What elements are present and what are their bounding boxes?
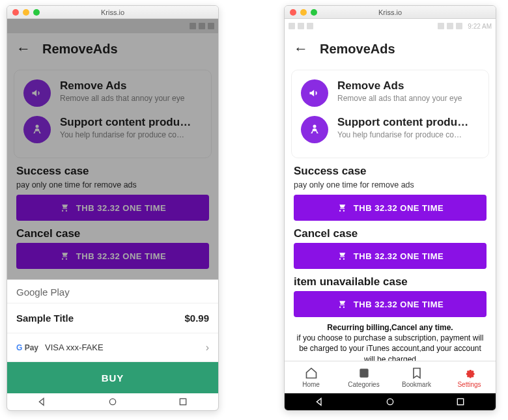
cart-icon — [337, 300, 347, 309]
window-title: Kriss.io — [7, 8, 218, 16]
tab-label: Bookmark — [402, 381, 431, 388]
tab-bookmark[interactable]: Bookmark — [390, 361, 443, 393]
features-card: Remove Ads Remove all ads that annoy you… — [291, 70, 489, 158]
back-icon[interactable]: ← — [294, 40, 308, 57]
gpay-icon: G Pay — [16, 343, 38, 352]
content-scroll[interactable]: Remove Ads Remove all ads that annoy you… — [285, 64, 496, 361]
wifi-icon — [438, 23, 444, 29]
purchase-label: THB 32.32 ONE TIME — [354, 203, 444, 213]
person-icon — [301, 116, 328, 143]
gear-icon — [463, 367, 476, 380]
purchase-button[interactable]: THB 32.32 ONE TIME — [294, 243, 487, 269]
notification-icon — [307, 23, 313, 29]
section-unavailable: item unavailable case THB 32.32 ONE TIME — [285, 275, 496, 317]
tab-label: Categories — [348, 381, 379, 388]
tab-categories[interactable]: Categories — [337, 361, 390, 393]
feature-sub: Remove all ads that annoy your eye — [337, 94, 462, 103]
svg-point-1 — [109, 399, 115, 404]
feature-title: Remove Ads — [337, 79, 462, 92]
bottom-tabbar: Home Categories Bookmark Settings — [285, 361, 496, 393]
sheet-header: Google Play — [7, 280, 218, 303]
android-recents-icon[interactable] — [178, 397, 188, 407]
cart-icon — [337, 251, 347, 260]
section-heading: item unavailable case — [294, 275, 487, 288]
tab-settings[interactable]: Settings — [443, 361, 496, 393]
android-navbar — [7, 393, 218, 410]
item-title: Sample Title — [16, 313, 74, 324]
android-recents-icon[interactable] — [455, 397, 466, 407]
chevron-right-icon: › — [206, 342, 209, 354]
section-heading: Cancel case — [294, 227, 487, 240]
section-cancel: Cancel case THB 32.32 ONE TIME — [285, 227, 496, 269]
phone-right: Kriss.io 9:22 AM ← RemoveAds Remove Ads … — [284, 5, 496, 411]
feature-row: Remove Ads Remove all ads that annoy you… — [301, 79, 479, 107]
battery-icon — [456, 23, 462, 29]
sheet-item-row: Sample Title $0.99 — [7, 303, 218, 333]
window-title: Kriss.io — [285, 8, 496, 16]
purchase-button[interactable]: THB 32.32 ONE TIME — [294, 195, 487, 221]
item-price: $0.99 — [184, 313, 209, 324]
android-home-icon[interactable] — [107, 397, 118, 407]
google-play-sheet: Google Play Sample Title $0.99 G Pay VIS… — [7, 279, 218, 393]
android-statusbar: 9:22 AM — [285, 19, 496, 33]
bookmark-icon — [410, 367, 423, 380]
cart-icon — [337, 203, 347, 212]
fineprint-text: if you choose to purchase a subscription… — [297, 333, 484, 361]
android-back-icon[interactable] — [315, 397, 325, 407]
android-navbar — [285, 393, 496, 410]
purchase-label: THB 32.32 ONE TIME — [354, 251, 444, 261]
appbar: ← RemoveAds — [285, 33, 496, 64]
android-back-icon[interactable] — [37, 397, 48, 407]
section-heading: Success case — [294, 165, 487, 178]
phone-left: Kriss.io ← RemoveAds Remove Ads Remove a… — [7, 5, 219, 411]
notification-icon — [289, 23, 295, 29]
tab-label: Home — [302, 381, 320, 388]
payment-method-row[interactable]: G Pay VISA xxx-FAKE › — [7, 333, 218, 362]
megaphone-icon — [301, 79, 328, 107]
grid-icon — [358, 367, 371, 380]
fineprint-bold: Recurring billing,Cancel any time. — [327, 323, 453, 332]
section-success: Success case pay only one time for remov… — [285, 165, 496, 221]
signal-icon — [447, 23, 453, 29]
svg-rect-2 — [180, 399, 186, 404]
svg-rect-6 — [457, 399, 463, 404]
payment-method-label: VISA xxx-FAKE — [45, 343, 104, 352]
svg-point-5 — [387, 399, 393, 404]
svg-rect-4 — [360, 369, 368, 377]
notification-icon — [298, 23, 304, 29]
home-icon — [305, 367, 318, 380]
purchase-button[interactable]: THB 32.32 ONE TIME — [294, 291, 487, 317]
buy-button[interactable]: BUY — [7, 362, 218, 393]
purchase-label: THB 32.32 ONE TIME — [354, 300, 444, 309]
feature-row: Support content produ… You help fundaris… — [301, 116, 479, 143]
mac-titlebar: Kriss.io — [285, 6, 496, 19]
svg-point-3 — [313, 125, 317, 128]
status-time: 9:22 AM — [468, 23, 492, 30]
legal-fineprint: Recurring billing,Cancel any time. if yo… — [285, 320, 496, 361]
android-home-icon[interactable] — [385, 397, 395, 407]
feature-sub: You help fundarise for produce co… — [337, 130, 468, 139]
mac-titlebar: Kriss.io — [7, 6, 218, 19]
tab-label: Settings — [457, 381, 481, 388]
tab-home[interactable]: Home — [285, 361, 337, 393]
page-title: RemoveAds — [320, 42, 395, 57]
section-sub: pay only one time for remove ads — [294, 180, 487, 189]
feature-title: Support content produ… — [337, 116, 468, 129]
